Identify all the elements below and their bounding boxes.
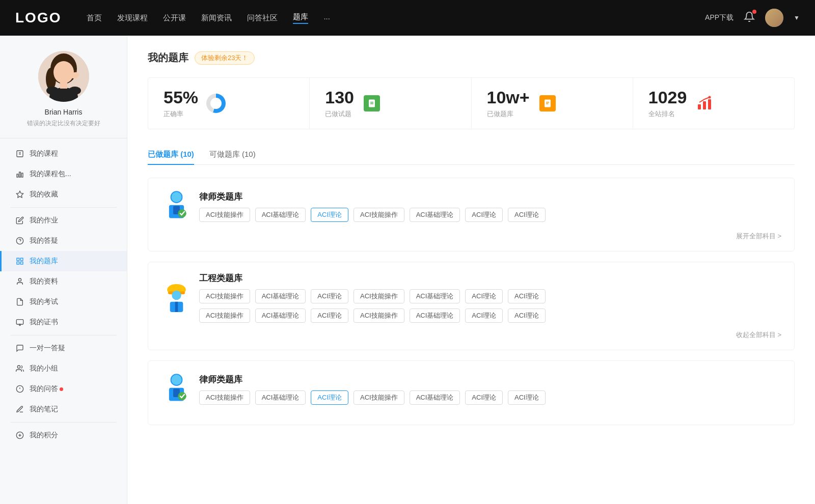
qbank-lawyer-2-title: 律师类题库 (199, 374, 546, 385)
sidebar-item-favorites[interactable]: 我的收藏 (0, 184, 127, 205)
sidebar-item-qa[interactable]: 我的答疑 (0, 231, 127, 251)
svg-rect-13 (19, 172, 21, 177)
page-title: 我的题库 (148, 51, 188, 65)
tag-5[interactable]: ACI基础理论 (410, 208, 460, 222)
stats-row: 55% 正确率 130 已做试题 (148, 77, 795, 129)
l2-tag-7[interactable]: ACI理论 (508, 390, 546, 405)
svg-point-22 (18, 278, 21, 281)
l2-tag-4[interactable]: ACI技能操作 (354, 390, 404, 405)
sidebar-item-homework[interactable]: 我的作业 (0, 210, 127, 231)
user-icon (15, 277, 24, 286)
stat-accuracy-label: 正确率 (164, 109, 198, 119)
tag-6[interactable]: ACI理论 (465, 208, 503, 222)
tag-1[interactable]: ACI技能操作 (199, 208, 250, 222)
navbar: LOGO 首页 发现课程 公开课 新闻资讯 问答社区 题库 ··· APP下载 … (0, 0, 815, 36)
nav-opencourse[interactable]: 公开课 (163, 13, 186, 23)
nav-qbank[interactable]: 题库 (293, 12, 308, 24)
app-download-link[interactable]: APP下载 (705, 13, 734, 22)
sidebar-item-exam[interactable]: 我的考试 (0, 292, 127, 312)
user-avatar[interactable] (765, 9, 783, 27)
stat-questions-label: 已做试题 (325, 109, 354, 119)
trial-badge: 体验剩余23天！ (195, 51, 255, 65)
collapse-engineer[interactable]: 收起全部科目 > (161, 330, 781, 340)
sidebar-item-group[interactable]: 我的小组 (0, 358, 127, 379)
eng-tag-1[interactable]: ACI技能操作 (199, 289, 250, 303)
eng-tag-13[interactable]: ACI理论 (465, 309, 503, 323)
question-icon (15, 236, 24, 245)
nav-home[interactable]: 首页 (87, 13, 102, 23)
grid-icon (15, 257, 24, 266)
nav-more[interactable]: ··· (323, 14, 330, 22)
eng-tag-3[interactable]: ACI理论 (311, 289, 348, 303)
l2-tag-6[interactable]: ACI理论 (465, 390, 503, 405)
eng-tag-11[interactable]: ACI技能操作 (354, 309, 404, 323)
page-header: 我的题库 体验剩余23天！ (148, 51, 795, 65)
svg-point-42 (709, 96, 711, 99)
eng-tag-6[interactable]: ACI理论 (465, 289, 503, 303)
sidebar-item-points[interactable]: 我的积分 (0, 425, 127, 445)
sidebar-item-qbank[interactable]: 我的题库 (0, 251, 127, 271)
tag-2[interactable]: ACI基础理论 (255, 208, 306, 222)
tab-available-banks[interactable]: 可做题库 (10) (209, 145, 256, 164)
eng-tag-8[interactable]: ACI技能操作 (199, 309, 250, 323)
sidebar-item-my-qa[interactable]: 我的问答 (0, 379, 127, 399)
tag-7[interactable]: ACI理论 (508, 208, 546, 222)
nav-links: 首页 发现课程 公开课 新闻资讯 问答社区 题库 ··· (87, 12, 705, 24)
eng-tag-10[interactable]: ACI理论 (311, 309, 348, 323)
svg-rect-40 (703, 101, 706, 109)
sidebar-username: Brian Harris (45, 108, 83, 116)
nav-discover[interactable]: 发现课程 (117, 13, 148, 23)
nav-qa[interactable]: 问答社区 (247, 13, 278, 23)
expand-lawyer-1[interactable]: 展开全部科目 > (161, 232, 781, 241)
qbank-engineer-tags-row1: ACI技能操作 ACI基础理论 ACI理论 ACI技能操作 ACI基础理论 AC… (199, 289, 781, 303)
l2-tag-2[interactable]: ACI基础理论 (255, 390, 306, 405)
questions-icon (362, 93, 382, 114)
group-icon (15, 364, 24, 373)
svg-rect-39 (698, 104, 701, 109)
sidebar-item-profile[interactable]: 我的资料 (0, 271, 127, 292)
svg-rect-20 (17, 262, 19, 264)
tab-done-banks[interactable]: 已做题库 (10) (148, 145, 194, 164)
stat-ranking-label: 全站排名 (648, 109, 687, 119)
svg-rect-18 (17, 258, 19, 261)
eng-tag-12[interactable]: ACI基础理论 (410, 309, 460, 323)
qa-icon (15, 384, 24, 394)
eng-tag-7[interactable]: ACI理论 (508, 289, 546, 303)
sidebar-item-course-package[interactable]: 我的课程包... (0, 164, 127, 184)
sidebar-motto: 错误的决定比没有决定要好 (27, 119, 100, 128)
coin-icon (15, 431, 24, 440)
tag-4[interactable]: ACI技能操作 (354, 208, 404, 222)
eng-tag-14[interactable]: ACI理论 (508, 309, 546, 323)
sidebar-divider-3 (10, 422, 117, 423)
qbank-lawyer-1-tags: ACI技能操作 ACI基础理论 ACI理论 ACI技能操作 ACI基础理论 AC… (199, 208, 546, 222)
svg-rect-7 (60, 81, 67, 89)
user-dropdown-arrow[interactable]: ▼ (794, 14, 800, 21)
lawyer-icon (161, 188, 192, 224)
eng-tag-4[interactable]: ACI技能操作 (354, 289, 404, 303)
star-icon (15, 190, 24, 199)
sidebar-item-my-course[interactable]: 我的课程 (0, 144, 127, 164)
l2-tag-1[interactable]: ACI技能操作 (199, 390, 250, 405)
eng-tag-5[interactable]: ACI基础理论 (410, 289, 460, 303)
qa-notification-dot (60, 387, 63, 391)
accuracy-icon (206, 93, 226, 114)
sidebar-item-1on1[interactable]: 一对一答疑 (0, 338, 127, 358)
eng-tag-9[interactable]: ACI基础理论 (255, 309, 306, 323)
sidebar-item-certificate[interactable]: 我的证书 (0, 312, 127, 332)
svg-point-3 (53, 61, 74, 83)
svg-point-50 (172, 291, 181, 300)
qbank-engineer-title: 工程类题库 (199, 272, 781, 284)
l2-tag-3[interactable]: ACI理论 (311, 390, 348, 405)
lawyer-icon-2 (161, 371, 192, 407)
qbank-lawyer-2-tags: ACI技能操作 ACI基础理论 ACI理论 ACI技能操作 ACI基础理论 AC… (199, 390, 546, 405)
sidebar-profile: Brian Harris 错误的决定比没有决定要好 (0, 51, 127, 138)
eng-tag-2[interactable]: ACI基础理论 (255, 289, 306, 303)
stat-banks-value: 10w+ (487, 88, 530, 107)
notification-badge (752, 10, 756, 14)
l2-tag-5[interactable]: ACI基础理论 (410, 390, 460, 405)
nav-news[interactable]: 新闻资讯 (201, 13, 232, 23)
tag-3[interactable]: ACI理论 (311, 208, 348, 222)
svg-rect-41 (708, 99, 711, 109)
sidebar-item-notes[interactable]: 我的笔记 (0, 399, 127, 419)
notification-bell[interactable] (744, 11, 755, 25)
